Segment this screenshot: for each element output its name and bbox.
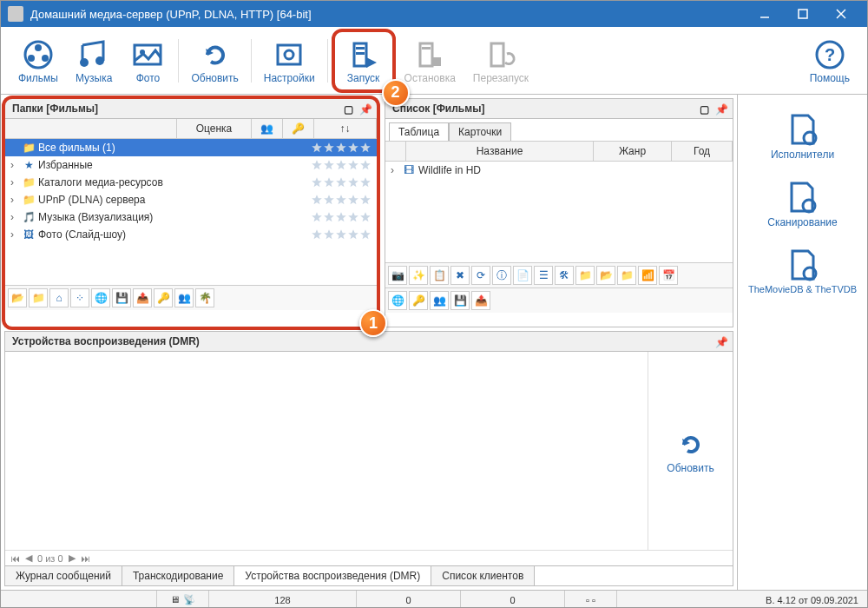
refresh-button[interactable]: Обновить xyxy=(182,34,247,88)
tab-transcode[interactable]: Транскодирование xyxy=(122,566,234,585)
list-row: › 🎞 Wildlife in HD xyxy=(385,162,733,179)
dmr-refresh-button[interactable]: Обновить xyxy=(667,427,713,474)
films-button[interactable]: Фильмы xyxy=(10,34,67,88)
list-panel: Список [Фильмы] ▢ 📌 Таблица Карточки Наз… xyxy=(385,98,733,327)
open-folder-button[interactable]: 📂 xyxy=(8,288,27,307)
help-button[interactable]: ? Помощь xyxy=(801,34,858,88)
scatter-button[interactable]: ⁘ xyxy=(70,288,89,307)
photo-button[interactable]: Фото xyxy=(121,34,174,88)
svg-rect-16 xyxy=(356,52,365,55)
pin-icon[interactable]: 📌 xyxy=(715,103,726,114)
pin-icon[interactable]: 📌 xyxy=(359,103,370,114)
status-bar: 🖥 📡 128 0 0 ▫ ▫ В. 4.12 от 09.09.2021 xyxy=(1,590,867,608)
bottom-tabs: Журнал сообщений Транскодирование Устрой… xyxy=(5,565,733,585)
svg-rect-17 xyxy=(420,43,432,66)
svg-point-5 xyxy=(35,44,42,51)
rating-stars[interactable] xyxy=(311,211,372,223)
list-toolbar-2: 🌐🔑👥 💾📤 xyxy=(385,287,733,313)
svg-rect-12 xyxy=(278,45,300,64)
window-title: Домашний медиа-сервер (UPnP, DLNA, HTTP)… xyxy=(30,8,746,21)
sort-icon[interactable]: ↑↓ xyxy=(314,119,377,138)
refresh-icon xyxy=(674,427,708,462)
settings-button[interactable]: Настройки xyxy=(255,34,324,88)
folders-panel: 1 Папки [Фильмы] ▢ 📌 Оценка 👥 🔑 ↑↓ 📁Все … xyxy=(4,98,378,327)
tab-table[interactable]: Таблица xyxy=(389,122,449,141)
title-bar: Домашний медиа-сервер (UPnP, DLNA, HTTP)… xyxy=(1,1,867,27)
status-icons[interactable]: 🖥 📡 xyxy=(157,591,209,608)
dmr-nav: ⏮◀ 0 из 0 ▶⏭ xyxy=(5,550,733,565)
settings-icon xyxy=(272,37,306,72)
col-name[interactable]: Название xyxy=(406,142,594,161)
svg-rect-18 xyxy=(422,47,431,50)
minimize-button[interactable] xyxy=(746,1,784,27)
key-button[interactable]: 🔑 xyxy=(154,288,173,307)
svg-point-13 xyxy=(285,50,293,59)
music-icon: 🎵 xyxy=(21,211,36,223)
document-gear-icon xyxy=(784,246,822,284)
svg-point-7 xyxy=(42,55,49,62)
folder-row[interactable]: ›📁UPnP (DLNA) сервера xyxy=(5,191,377,208)
close-button[interactable] xyxy=(822,1,860,27)
list-rows[interactable]: › 🎞 Wildlife in HD xyxy=(385,162,733,262)
list-toolbar-1: 📷✨📋 ✖⟳ⓘ 📄☰🛠 📁📂📁 📶📅 xyxy=(385,262,733,287)
tab-cards[interactable]: Карточки xyxy=(449,122,511,141)
film-item-icon: 🎞 xyxy=(401,164,417,176)
svg-text:?: ? xyxy=(825,45,835,64)
restart-button[interactable]: Перезапуск xyxy=(464,34,537,88)
palm-button[interactable]: 🌴 xyxy=(195,288,214,307)
rating-stars[interactable] xyxy=(311,159,372,171)
folder-list[interactable]: 📁Все фильмы (1)›★Избранные›📁Каталоги мед… xyxy=(5,139,377,285)
folders-title: Папки [Фильмы] xyxy=(12,102,98,115)
export-button[interactable]: 📤 xyxy=(133,288,152,307)
folder-icon: 📁 xyxy=(21,194,36,206)
folder-button[interactable]: 📁 xyxy=(29,288,48,307)
folder-row[interactable]: ›📁Каталоги медиа-ресурсов xyxy=(5,174,377,191)
right-sidebar: Исполнители Сканирование TheMovieDB & Th… xyxy=(737,95,867,590)
refresh-icon xyxy=(198,37,233,72)
annotation-badge-1: 1 xyxy=(359,309,387,337)
maximize-button[interactable] xyxy=(784,1,822,27)
version-label: В. 4.12 от 09.09.2021 xyxy=(617,591,867,608)
svg-point-6 xyxy=(28,55,35,62)
col-year[interactable]: Год xyxy=(672,142,733,161)
tmdb-button[interactable]: TheMovieDB & TheTVDB xyxy=(748,246,857,294)
stop-button[interactable]: Остановка xyxy=(396,34,464,88)
globe-button[interactable]: 🌐 xyxy=(91,288,110,307)
folder-row[interactable]: ›🎵Музыка (Визуализация) xyxy=(5,208,377,226)
users-button[interactable]: 👥 xyxy=(174,288,194,307)
pin-icon[interactable]: 📌 xyxy=(715,336,726,347)
annotation-badge-2: 2 xyxy=(382,79,410,107)
tab-dmr[interactable]: Устройства воспроизведения (DMR) xyxy=(234,566,431,585)
maximize-panel-icon[interactable]: ▢ xyxy=(700,103,710,114)
photo-icon: 🖼 xyxy=(21,228,36,241)
scan-button[interactable]: Сканирование xyxy=(767,178,837,228)
music-icon xyxy=(76,37,111,72)
start-button[interactable]: Запуск xyxy=(337,34,391,88)
dmr-list[interactable] xyxy=(5,352,648,550)
folder-row[interactable]: ›🖼Фото (Слайд-шоу) xyxy=(5,226,377,243)
document-gear-icon xyxy=(784,110,822,149)
save-button[interactable]: 💾 xyxy=(112,288,131,307)
document-gear-icon xyxy=(783,178,821,216)
music-button[interactable]: Музыка xyxy=(67,34,121,88)
svg-rect-10 xyxy=(135,45,161,64)
users-icon[interactable]: 👥 xyxy=(252,119,283,138)
tab-log[interactable]: Журнал сообщений xyxy=(5,566,122,585)
start-icon xyxy=(346,37,381,72)
home-button[interactable]: ⌂ xyxy=(49,288,69,307)
rating-stars[interactable] xyxy=(311,142,372,154)
maximize-panel-icon[interactable]: ▢ xyxy=(344,103,354,114)
rating-stars[interactable] xyxy=(311,228,372,241)
folder-row[interactable]: ›★Избранные xyxy=(5,156,377,174)
rating-stars[interactable] xyxy=(311,176,372,188)
folder-row[interactable]: 📁Все фильмы (1) xyxy=(5,139,377,156)
svg-rect-15 xyxy=(356,47,365,50)
col-genre[interactable]: Жанр xyxy=(594,142,672,161)
tab-clients[interactable]: Список клиентов xyxy=(431,566,535,585)
folders-grid-header: Оценка 👥 🔑 ↑↓ xyxy=(5,119,377,139)
main-toolbar: Фильмы Музыка Фото Обновить Настройки За… xyxy=(1,27,867,95)
key-icon[interactable]: 🔑 xyxy=(283,119,314,138)
artists-button[interactable]: Исполнители xyxy=(771,110,834,161)
rating-stars[interactable] xyxy=(311,194,372,206)
svg-rect-20 xyxy=(491,43,503,66)
